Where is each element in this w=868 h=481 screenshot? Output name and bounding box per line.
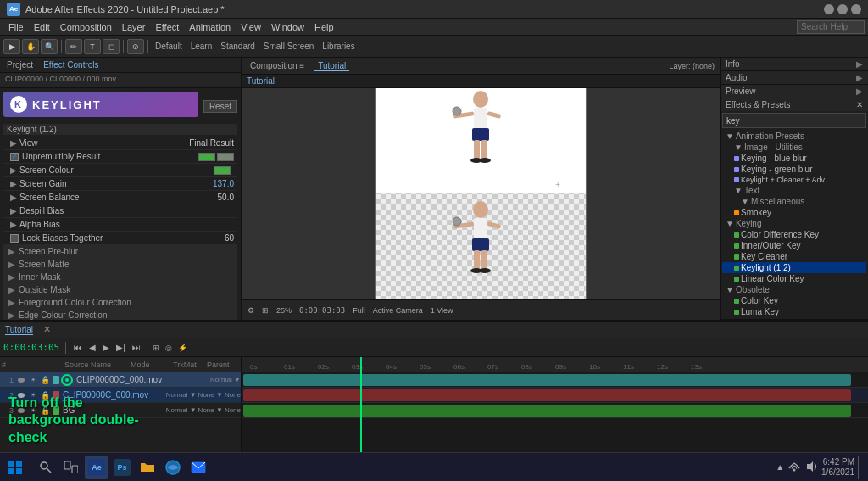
- reset-button[interactable]: Reset: [203, 100, 237, 113]
- menu-file[interactable]: File: [3, 19, 29, 36]
- timeline-close-icon[interactable]: ✕: [43, 324, 51, 335]
- color-swatch-gray[interactable]: [217, 153, 234, 161]
- composition-tab[interactable]: Composition ≡: [247, 61, 308, 70]
- toolbar-zoom-btn[interactable]: 🔍: [41, 39, 58, 54]
- toolbar-pen-btn[interactable]: ✏: [65, 39, 82, 54]
- tl-play-backward[interactable]: ⏮: [72, 343, 84, 352]
- comp-tb-views[interactable]: 1 View: [428, 306, 456, 315]
- unpremultiply-checkbox[interactable]: [10, 153, 19, 161]
- composition-viewer[interactable]: +: [242, 88, 720, 299]
- track-bar-3[interactable]: [243, 405, 851, 417]
- ep-color-key[interactable]: Color Key: [722, 295, 866, 306]
- layer-1-vis[interactable]: [15, 378, 27, 383]
- menu-help[interactable]: Help: [309, 19, 339, 36]
- audio-header[interactable]: Audio ▶: [721, 71, 868, 84]
- layer-1-lock[interactable]: 🔒: [39, 376, 51, 384]
- text-category[interactable]: ▼ Text: [722, 185, 866, 196]
- ep-linear-color-key[interactable]: Linear Color Key: [722, 273, 866, 284]
- ep-inner-outer-key[interactable]: Inner/Outer Key: [722, 240, 866, 251]
- taskbar-date[interactable]: 1/6/2021: [821, 467, 854, 478]
- miscellaneous-category[interactable]: ▼ Miscellaneous: [722, 196, 866, 207]
- tl-tool-1[interactable]: ⊞: [151, 344, 161, 352]
- close-button[interactable]: [851, 4, 861, 14]
- layer-1-mode[interactable]: Normal ▼: [210, 376, 241, 383]
- menu-window[interactable]: Window: [266, 19, 309, 36]
- inner-mask-section[interactable]: ▶ Inner Mask: [3, 271, 237, 283]
- taskbar-taskview[interactable]: [59, 456, 83, 479]
- workspace-libraries[interactable]: Libraries: [319, 42, 358, 51]
- layer-2-mode[interactable]: Normal ▼: [166, 391, 197, 399]
- toolbar-hand-btn[interactable]: ✋: [22, 39, 39, 54]
- comp-tb-full[interactable]: Full: [350, 306, 368, 315]
- tl-tool-3[interactable]: ⚡: [176, 344, 189, 352]
- tl-play-btn[interactable]: ▶: [101, 343, 111, 352]
- maximize-button[interactable]: [837, 4, 848, 14]
- obsolete-category[interactable]: ▼ Obsolete: [722, 284, 866, 295]
- layer-2-parent[interactable]: None: [225, 391, 241, 399]
- animation-presets-category[interactable]: ▼ Animation Presets: [722, 131, 866, 142]
- toolbar-text-btn[interactable]: T: [84, 39, 101, 54]
- start-button[interactable]: [0, 453, 31, 482]
- layer-3-trk[interactable]: None ▼: [198, 406, 223, 414]
- ep-smokey[interactable]: Smokey: [722, 207, 866, 218]
- lock-biases-value[interactable]: 60: [200, 233, 234, 243]
- layer-1-solo[interactable]: ☀: [27, 377, 39, 383]
- ep-key-cleaner[interactable]: Key Cleaner: [722, 251, 866, 262]
- edge-colour-section[interactable]: ▶ Edge Colour Correction: [3, 309, 237, 320]
- screen-balance-value[interactable]: 50.0: [200, 193, 234, 202]
- comp-tb-time[interactable]: 0:00:03:03: [297, 306, 348, 315]
- tl-step-forward[interactable]: ▶|: [114, 343, 127, 352]
- view-value[interactable]: Final Result: [189, 138, 234, 148]
- screen-matte-section[interactable]: ▶ Screen Matte: [3, 258, 237, 271]
- timeline-tab-tutorial[interactable]: Tutorial: [5, 325, 33, 335]
- layer-2-trk[interactable]: None ▼: [198, 391, 223, 399]
- workspace-learn[interactable]: Learn: [187, 42, 216, 51]
- menu-view[interactable]: View: [236, 19, 266, 36]
- tl-tool-2[interactable]: ◎: [164, 344, 174, 352]
- taskbar-volume-icon[interactable]: [804, 461, 818, 474]
- comp-tb-camera[interactable]: Active Camera: [370, 306, 426, 315]
- track-bar-2[interactable]: [243, 389, 851, 401]
- screen-gain-value[interactable]: 137.0: [200, 179, 234, 188]
- color-swatch-green[interactable]: [198, 153, 215, 161]
- toolbar-puppet-btn[interactable]: ⊙: [127, 39, 144, 54]
- taskbar-sys-tray[interactable]: ▲: [776, 462, 784, 472]
- image-utilities-category[interactable]: ▼ Image - Utilities: [722, 142, 866, 153]
- taskbar-network-icon[interactable]: [787, 461, 801, 473]
- effects-presets-header[interactable]: Effects & Presets ✕: [721, 98, 868, 111]
- ep-color-difference-key[interactable]: Color Difference Key: [722, 229, 866, 240]
- taskbar-search[interactable]: [34, 456, 58, 479]
- tl-step-backward[interactable]: ◀: [87, 343, 97, 352]
- workspace-small-screen[interactable]: Small Screen: [260, 42, 317, 51]
- ep-keylight[interactable]: Keylight (1.2): [722, 262, 866, 273]
- toolbar-select-btn[interactable]: ▶: [3, 39, 20, 54]
- taskbar-ps-icon[interactable]: Ps: [110, 456, 134, 479]
- taskbar-time[interactable]: 6:42 PM: [823, 457, 854, 467]
- keying-category[interactable]: ▼ Keying: [722, 218, 866, 229]
- menu-edit[interactable]: Edit: [29, 19, 55, 36]
- effect-controls-tab[interactable]: Effect Controls: [40, 60, 102, 70]
- tutorial-tab[interactable]: Tutorial: [314, 61, 349, 71]
- layer-3-parent[interactable]: None: [225, 406, 241, 414]
- help-search-input[interactable]: [797, 20, 865, 34]
- ep-keying-green-blur[interactable]: Keying - green blur: [722, 164, 866, 175]
- timeline-current-time[interactable]: 0:00:03:05: [3, 342, 59, 353]
- screen-pre-blur-section[interactable]: ▶ Screen Pre-blur: [3, 245, 237, 258]
- taskbar-ae-icon[interactable]: Ae: [85, 456, 108, 479]
- workspace-standard[interactable]: Standard: [217, 42, 259, 51]
- ep-keylight-cleaner[interactable]: Keylight + Cleaner + Adv...: [722, 175, 866, 185]
- ep-close-icon[interactable]: ✕: [856, 100, 863, 109]
- minimize-button[interactable]: [824, 4, 834, 14]
- menu-composition[interactable]: Composition: [55, 19, 117, 36]
- menu-layer[interactable]: Layer: [117, 19, 151, 36]
- project-tab[interactable]: Project: [3, 60, 36, 70]
- layer-row-1[interactable]: 1 ☀ 🔒 CLIP00000C_000.mov Normal ▼: [0, 372, 241, 388]
- info-header[interactable]: Info ▶: [721, 58, 868, 70]
- comp-tb-zoom-label[interactable]: 25%: [274, 306, 294, 315]
- menu-effect[interactable]: Effect: [150, 19, 184, 36]
- screen-colour-swatch[interactable]: [214, 166, 231, 175]
- comp-tb-grid[interactable]: ⊞: [259, 306, 271, 315]
- effects-search-input[interactable]: [722, 113, 866, 128]
- foreground-colour-section[interactable]: ▶ Foreground Colour Correction: [3, 296, 237, 309]
- taskbar-show-desktop[interactable]: [858, 456, 861, 479]
